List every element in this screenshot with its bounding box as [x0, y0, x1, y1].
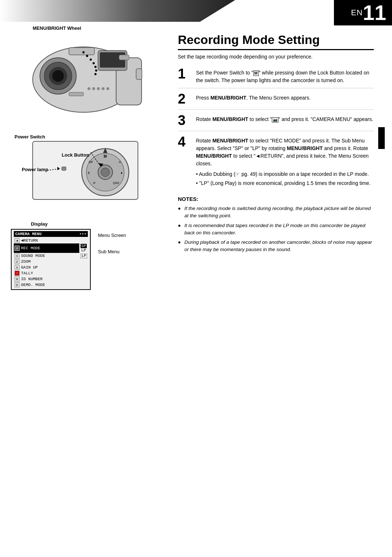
notes-section: NOTES: If the recording mode is switched… [178, 196, 374, 254]
svg-point-10 [86, 55, 88, 57]
step-3-number: 3 [178, 113, 191, 127]
menu-icon-zoom: Z [15, 259, 20, 264]
menu-icon-gain: G [15, 265, 20, 270]
camcorder-svg [11, 32, 152, 125]
menu-item-sound: S SOUND MODE LP [14, 253, 88, 259]
header-bar: EN 11 [0, 0, 392, 25]
svg-rect-21 [119, 55, 129, 60]
submenu-col: SP LP [79, 243, 88, 253]
step-4-bullet-1: • Audio Dubbing (☞ pg. 49) is impossible… [196, 170, 374, 178]
step-4: 4 Rotate MENU/BRIGHT to select "REC MODE… [178, 135, 374, 191]
display-label: Display [31, 221, 167, 227]
note-1: If the recording mode is switched during… [178, 205, 374, 220]
icon-cam-step3: 📷 [272, 117, 278, 122]
step-1-number: 1 [178, 67, 191, 81]
svg-rect-8 [69, 48, 94, 55]
svg-text:SP: SP [89, 160, 93, 164]
menu-icon-tally: T [15, 271, 20, 276]
page-en-label: EN [351, 8, 363, 17]
menu-item-idnum: M ID NUMBER [14, 276, 88, 282]
right-column: Recording Mode Setting Set the tape reco… [178, 33, 385, 254]
page-number-block: EN 11 [334, 0, 392, 25]
menu-text-return: ◄RETURN [21, 238, 38, 243]
power-switch-label: Power Switch [15, 134, 45, 140]
subtitle: Set the tape recording mode depending on… [178, 54, 374, 60]
menu-text-sound: SOUND MODE [21, 254, 45, 258]
step-3: 3 Rotate MENU/BRIGHT to select "📷" and p… [178, 113, 374, 131]
svg-text:P: P [93, 181, 95, 185]
svg-point-4 [52, 70, 64, 82]
menu-item-demo: D DEMO. MODE [14, 282, 88, 288]
menu-screen-label: Menu Screen [98, 233, 126, 238]
svg-point-9 [82, 51, 85, 53]
note-2: It is recommended that tapes recorded in… [178, 222, 374, 237]
menu-screen-box: CAMERA MENU ▪▪▪ ◄ ◄RETURN R REC MODE SP [11, 229, 91, 290]
menu-item-return: ◄ ◄RETURN [14, 238, 88, 243]
menu-icon-return: ◄ [15, 238, 20, 243]
svg-text:A: A [119, 160, 121, 164]
header-gradient [0, 0, 235, 22]
page-title: Recording Mode Setting [178, 33, 374, 50]
svg-point-12 [93, 62, 95, 64]
svg-text:E: E [88, 171, 90, 175]
menu-text-idnum: ID NUMBER [21, 277, 42, 281]
step-4-number: 4 [178, 135, 191, 149]
svg-point-20 [106, 87, 109, 90]
svg-rect-38 [62, 167, 66, 170]
step3-accent-bar [378, 127, 385, 149]
svg-rect-23 [136, 69, 142, 80]
power-lamp-label: Power lamp [22, 167, 48, 172]
menu-item-gain: G GAIN UP [14, 265, 88, 270]
svg-text:M: M [104, 154, 107, 158]
lock-button-label: Lock Button [62, 152, 89, 158]
svg-point-35 [101, 168, 110, 177]
menu-text-zoom: ZOOM [21, 259, 30, 264]
step-1-content: Set the Power Switch to "M" while pressi… [196, 67, 374, 84]
menu-text-tally: TALLY [21, 271, 33, 275]
icon-m-step1: M [253, 70, 259, 76]
menu-item-zoom: Z ZOOM [14, 259, 88, 265]
menu-icon-demo: D [15, 282, 20, 287]
rec-mode-row: R REC MODE SP LP [14, 243, 88, 253]
note-3-text: During playback of a tape recorded on an… [184, 239, 372, 252]
sub-menu-label: Sub Menu [98, 249, 126, 254]
notes-title: NOTES: [178, 196, 374, 202]
svg-point-19 [102, 87, 105, 90]
menu-item-rec-mode: R REC MODE [14, 243, 79, 253]
step-2-content: Press MENU/BRIGHT. The Menu Screen appea… [196, 92, 311, 102]
menu-text-demo: DEMO. MODE [21, 283, 45, 287]
step-1: 1 Set the Power Switch to "M" while pres… [178, 67, 374, 88]
svg-point-16 [87, 87, 90, 90]
svg-text:OFF: OFF [113, 181, 119, 185]
camera-diagram [11, 32, 156, 127]
note-2-text: It is recommended that tapes recorded in… [184, 223, 366, 235]
submenu-lp-sound: LP [81, 254, 87, 258]
power-switch-section: Power Switch Lock Button Power lamp M A … [11, 130, 156, 214]
menu-title: CAMERA MENU [15, 232, 42, 236]
menu-item-tally: T TALLY [14, 270, 88, 276]
note-3: During playback of a tape recorded on an… [178, 239, 374, 254]
menu-icon-rec: R [15, 246, 20, 251]
svg-point-15 [94, 73, 97, 75]
svg-point-13 [94, 66, 97, 68]
submenu-lp: LP [81, 248, 87, 253]
svg-rect-22 [69, 92, 83, 96]
display-area: CAMERA MENU ▪▪▪ ◄ ◄RETURN R REC MODE SP [11, 229, 167, 290]
svg-point-18 [97, 87, 100, 90]
menu-text-rec: REC MODE [21, 246, 40, 250]
step-3-content: Rotate MENU/BRIGHT to select "📷" and pre… [196, 113, 373, 123]
menu-text-gain: GAIN UP [21, 265, 38, 270]
menu-header-bar: ▪▪▪ [79, 232, 86, 236]
step-2-number: 2 [178, 92, 191, 106]
menu-icon-sound: S [15, 253, 20, 258]
submenu-sp: SP [81, 244, 87, 248]
svg-point-17 [92, 87, 95, 90]
step-4-content: Rotate MENU/BRIGHT to select "REC MODE" … [196, 135, 374, 187]
svg-point-11 [90, 58, 92, 61]
svg-point-14 [95, 69, 97, 72]
step-4-bullet-2: • "LP" (Long Play) is more economical, p… [196, 179, 374, 187]
menu-bright-wheel-label: MENU/BRIGHT Wheel [33, 25, 167, 31]
note-1-text: If the recording mode is switched during… [184, 206, 371, 218]
step-4-bullets: • Audio Dubbing (☞ pg. 49) is impossible… [196, 170, 374, 187]
svg-text:●: ● [121, 171, 122, 175]
